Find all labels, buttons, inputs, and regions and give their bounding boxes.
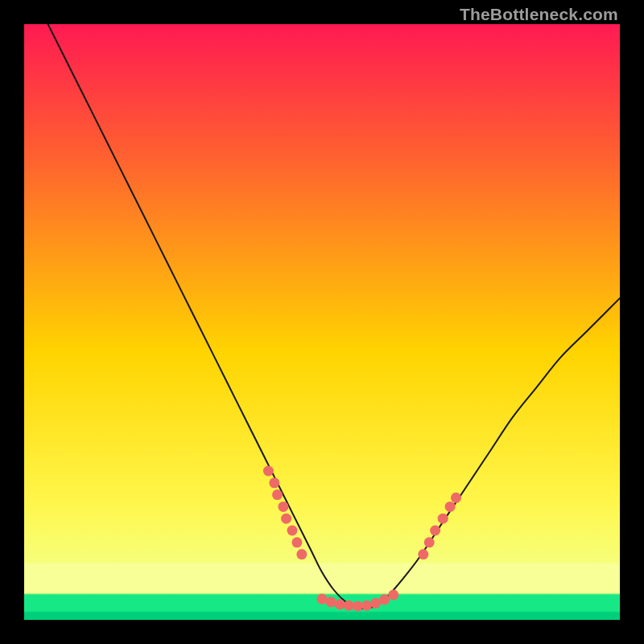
chart-svg: [24, 24, 620, 620]
marker-dot: [317, 594, 328, 605]
watermark-text: TheBottleneck.com: [460, 5, 618, 24]
marker-dot: [296, 549, 307, 559]
marker-dot: [281, 514, 291, 524]
marker-dot: [430, 526, 440, 536]
marker-dot: [445, 502, 456, 512]
chart-root: TheBottleneck.com: [0, 0, 644, 644]
marker-dot: [451, 493, 461, 503]
marker-dot: [361, 601, 372, 611]
marker-dot: [272, 489, 283, 500]
marker-dot: [263, 466, 274, 477]
marker-dot: [388, 589, 398, 600]
plot-area: [24, 24, 620, 620]
marker-dot: [379, 594, 390, 605]
marker-dot: [287, 526, 298, 536]
plot-inner: [24, 24, 620, 620]
marker-dot: [278, 502, 288, 512]
marker-dot: [370, 598, 381, 609]
marker-dot: [269, 477, 279, 488]
marker-dot: [344, 601, 354, 611]
marker-dot: [424, 537, 435, 547]
marker-dot: [438, 514, 448, 524]
marker-dot: [353, 601, 363, 611]
pale-band: [24, 564, 620, 593]
marker-dot: [326, 597, 336, 607]
gradient-background: [24, 24, 620, 620]
marker-dot: [418, 549, 428, 559]
marker-dot: [291, 537, 302, 547]
marker-dot: [335, 599, 345, 609]
